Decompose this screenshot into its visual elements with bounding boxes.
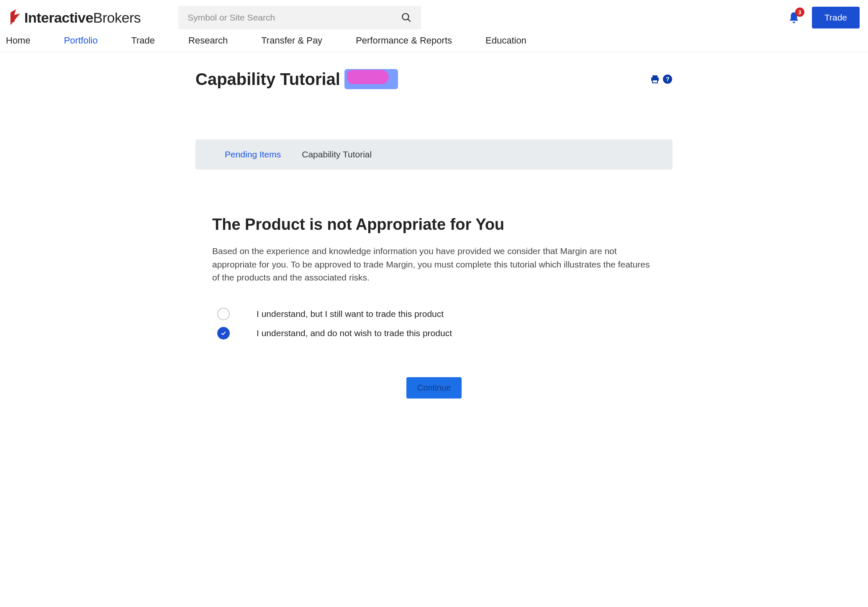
- svg-rect-3: [652, 75, 657, 77]
- redacted-chip: [344, 69, 398, 89]
- nav-performance-reports[interactable]: Performance & Reports: [356, 35, 452, 46]
- svg-point-0: [11, 19, 15, 22]
- content: Capability Tutorial ? Pending Items Capa…: [170, 52, 698, 415]
- nav-transfer-pay[interactable]: Transfer & Pay: [261, 35, 322, 46]
- radio-unselected[interactable]: [217, 308, 230, 320]
- logo-text: InteractiveBrokers: [24, 10, 141, 26]
- logo-icon: [8, 9, 23, 26]
- options-group: I understand, but I still want to trade …: [212, 308, 656, 340]
- title-actions: ?: [650, 74, 673, 84]
- header: InteractiveBrokers 3 Trade: [0, 0, 868, 35]
- svg-line-2: [408, 19, 411, 22]
- svg-rect-5: [652, 80, 657, 83]
- print-icon[interactable]: [650, 74, 660, 84]
- section-body: Based on the experience and knowledge in…: [212, 244, 656, 284]
- search-box[interactable]: [178, 6, 421, 29]
- option-label: I understand, and do not wish to trade t…: [257, 328, 452, 338]
- breadcrumb-link[interactable]: Pending Items: [225, 149, 281, 159]
- trade-button[interactable]: Trade: [812, 7, 860, 28]
- help-icon[interactable]: ?: [663, 74, 673, 84]
- continue-wrap: Continue: [212, 377, 656, 399]
- search-icon[interactable]: [401, 12, 412, 23]
- logo-text-bold: Interactive: [24, 10, 93, 26]
- header-right: 3 Trade: [788, 7, 860, 28]
- option-still-want[interactable]: I understand, but I still want to trade …: [217, 308, 651, 320]
- search-input[interactable]: [187, 13, 401, 23]
- nav-trade[interactable]: Trade: [131, 35, 155, 46]
- section-title: The Product is not Appropriate for You: [212, 216, 656, 234]
- section: The Product is not Appropriate for You B…: [195, 216, 673, 399]
- notification-badge: 3: [795, 8, 804, 17]
- option-label: I understand, but I still want to trade …: [257, 309, 444, 319]
- page-title: Capability Tutorial: [195, 70, 340, 89]
- nav-education[interactable]: Education: [485, 35, 526, 46]
- radio-selected[interactable]: [217, 327, 230, 340]
- svg-point-1: [402, 13, 408, 20]
- option-do-not-wish[interactable]: I understand, and do not wish to trade t…: [217, 327, 651, 340]
- svg-text:?: ?: [665, 75, 669, 82]
- nav-home[interactable]: Home: [6, 35, 31, 46]
- nav-portfolio[interactable]: Portfolio: [64, 35, 98, 46]
- primary-nav: Home Portfolio Trade Research Transfer &…: [0, 35, 868, 52]
- breadcrumb: Pending Items Capability Tutorial: [195, 139, 673, 170]
- continue-button[interactable]: Continue: [406, 377, 462, 399]
- notifications-button[interactable]: 3: [788, 11, 800, 24]
- title-row: Capability Tutorial ?: [195, 69, 673, 89]
- logo-text-light: Brokers: [93, 10, 141, 26]
- logo[interactable]: InteractiveBrokers: [8, 9, 141, 26]
- nav-research[interactable]: Research: [188, 35, 228, 46]
- breadcrumb-current: Capability Tutorial: [302, 149, 372, 159]
